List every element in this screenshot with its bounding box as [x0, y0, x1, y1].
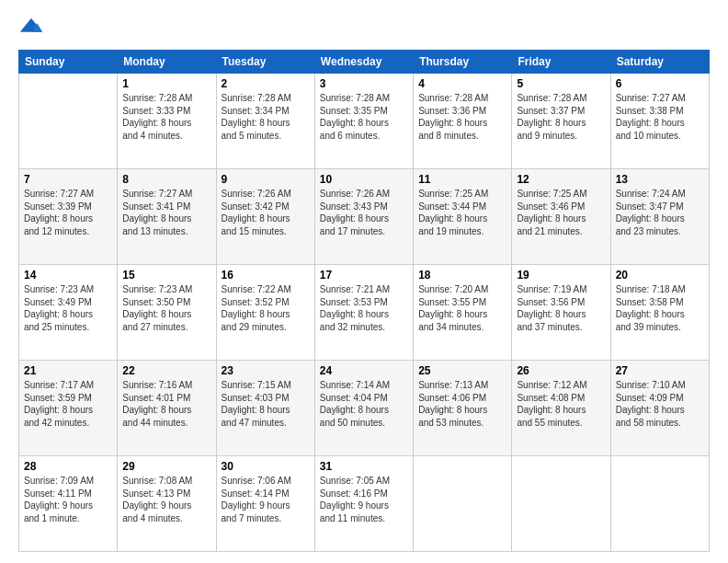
- day-number: 26: [517, 364, 605, 377]
- day-info: Sunrise: 7:23 AM Sunset: 3:49 PM Dayligh…: [24, 283, 112, 333]
- logo: [18, 15, 48, 40]
- day-cell: 7Sunrise: 7:27 AM Sunset: 3:39 PM Daylig…: [19, 169, 118, 265]
- day-number: 22: [122, 364, 210, 377]
- day-cell: 5Sunrise: 7:28 AM Sunset: 3:37 PM Daylig…: [512, 74, 610, 169]
- day-cell: 1Sunrise: 7:28 AM Sunset: 3:33 PM Daylig…: [118, 74, 216, 169]
- header-friday: Friday: [512, 51, 610, 74]
- day-number: 29: [122, 460, 210, 473]
- day-cell: 27Sunrise: 7:10 AM Sunset: 4:09 PM Dayli…: [610, 361, 709, 456]
- header-sunday: Sunday: [19, 51, 118, 74]
- day-number: 15: [122, 269, 210, 282]
- day-info: Sunrise: 7:18 AM Sunset: 3:58 PM Dayligh…: [616, 283, 704, 333]
- day-info: Sunrise: 7:22 AM Sunset: 3:52 PM Dayligh…: [222, 283, 310, 333]
- day-cell: 4Sunrise: 7:28 AM Sunset: 3:36 PM Daylig…: [414, 74, 512, 169]
- day-number: 31: [320, 460, 408, 473]
- day-cell: 10Sunrise: 7:26 AM Sunset: 3:43 PM Dayli…: [314, 169, 413, 265]
- day-info: Sunrise: 7:05 AM Sunset: 4:16 PM Dayligh…: [320, 475, 408, 524]
- day-cell: 17Sunrise: 7:21 AM Sunset: 3:53 PM Dayli…: [314, 265, 413, 361]
- day-info: Sunrise: 7:27 AM Sunset: 3:41 PM Dayligh…: [122, 188, 210, 237]
- day-info: Sunrise: 7:13 AM Sunset: 4:06 PM Dayligh…: [418, 379, 506, 429]
- day-cell: 9Sunrise: 7:26 AM Sunset: 3:42 PM Daylig…: [216, 169, 314, 265]
- calendar-page: SundayMondayTuesdayWednesdayThursdayFrid…: [0, 0, 728, 563]
- day-info: Sunrise: 7:25 AM Sunset: 3:44 PM Dayligh…: [418, 188, 506, 237]
- day-cell: 26Sunrise: 7:12 AM Sunset: 4:08 PM Dayli…: [512, 361, 610, 456]
- day-number: 25: [418, 364, 506, 377]
- day-number: 14: [24, 269, 112, 282]
- day-info: Sunrise: 7:19 AM Sunset: 3:56 PM Dayligh…: [517, 283, 605, 333]
- day-info: Sunrise: 7:15 AM Sunset: 4:03 PM Dayligh…: [222, 379, 310, 429]
- day-info: Sunrise: 7:27 AM Sunset: 3:39 PM Dayligh…: [24, 188, 112, 237]
- day-number: 4: [418, 77, 506, 90]
- day-cell: 12Sunrise: 7:25 AM Sunset: 3:46 PM Dayli…: [512, 169, 610, 265]
- day-number: 23: [222, 364, 310, 377]
- day-info: Sunrise: 7:26 AM Sunset: 3:43 PM Dayligh…: [320, 188, 408, 237]
- day-info: Sunrise: 7:09 AM Sunset: 4:11 PM Dayligh…: [24, 475, 112, 524]
- day-number: 17: [320, 269, 408, 282]
- day-cell: 2Sunrise: 7:28 AM Sunset: 3:34 PM Daylig…: [216, 74, 314, 169]
- day-cell: 15Sunrise: 7:23 AM Sunset: 3:50 PM Dayli…: [118, 265, 216, 361]
- day-cell: 16Sunrise: 7:22 AM Sunset: 3:52 PM Dayli…: [216, 265, 314, 361]
- day-cell: 24Sunrise: 7:14 AM Sunset: 4:04 PM Dayli…: [314, 361, 413, 456]
- day-number: 27: [616, 364, 704, 377]
- day-number: 9: [222, 173, 310, 186]
- day-cell: 11Sunrise: 7:25 AM Sunset: 3:44 PM Dayli…: [414, 169, 512, 265]
- day-number: 5: [517, 77, 605, 90]
- day-info: Sunrise: 7:27 AM Sunset: 3:38 PM Dayligh…: [616, 92, 704, 142]
- day-info: Sunrise: 7:20 AM Sunset: 3:55 PM Dayligh…: [418, 283, 506, 333]
- day-cell: 31Sunrise: 7:05 AM Sunset: 4:16 PM Dayli…: [314, 456, 413, 552]
- header: [18, 15, 710, 40]
- day-number: 8: [122, 173, 210, 186]
- day-number: 28: [24, 460, 112, 473]
- day-info: Sunrise: 7:24 AM Sunset: 3:47 PM Dayligh…: [616, 188, 704, 237]
- day-cell: 21Sunrise: 7:17 AM Sunset: 3:59 PM Dayli…: [19, 361, 118, 456]
- day-cell: 14Sunrise: 7:23 AM Sunset: 3:49 PM Dayli…: [19, 265, 118, 361]
- day-cell: 29Sunrise: 7:08 AM Sunset: 4:13 PM Dayli…: [118, 456, 216, 552]
- day-number: 12: [517, 173, 605, 186]
- day-cell: 3Sunrise: 7:28 AM Sunset: 3:35 PM Daylig…: [314, 74, 413, 169]
- day-info: Sunrise: 7:16 AM Sunset: 4:01 PM Dayligh…: [122, 379, 210, 429]
- day-number: 18: [418, 269, 506, 282]
- day-cell: [19, 74, 118, 169]
- day-info: Sunrise: 7:17 AM Sunset: 3:59 PM Dayligh…: [24, 379, 112, 429]
- week-row-1: 1Sunrise: 7:28 AM Sunset: 3:33 PM Daylig…: [19, 74, 710, 169]
- header-wednesday: Wednesday: [314, 51, 413, 74]
- logo-icon: [18, 15, 44, 40]
- day-info: Sunrise: 7:28 AM Sunset: 3:37 PM Dayligh…: [517, 92, 605, 142]
- day-info: Sunrise: 7:14 AM Sunset: 4:04 PM Dayligh…: [320, 379, 408, 429]
- day-info: Sunrise: 7:28 AM Sunset: 3:33 PM Dayligh…: [122, 92, 210, 142]
- day-cell: 13Sunrise: 7:24 AM Sunset: 3:47 PM Dayli…: [610, 169, 709, 265]
- day-number: 21: [24, 364, 112, 377]
- calendar-table: SundayMondayTuesdayWednesdayThursdayFrid…: [18, 50, 710, 552]
- day-cell: 28Sunrise: 7:09 AM Sunset: 4:11 PM Dayli…: [19, 456, 118, 552]
- day-cell: 25Sunrise: 7:13 AM Sunset: 4:06 PM Dayli…: [414, 361, 512, 456]
- day-cell: 18Sunrise: 7:20 AM Sunset: 3:55 PM Dayli…: [414, 265, 512, 361]
- day-number: 11: [418, 173, 506, 186]
- day-cell: [610, 456, 709, 552]
- header-monday: Monday: [118, 51, 216, 74]
- day-info: Sunrise: 7:06 AM Sunset: 4:14 PM Dayligh…: [222, 475, 310, 524]
- day-number: 3: [320, 77, 408, 90]
- day-info: Sunrise: 7:28 AM Sunset: 3:35 PM Dayligh…: [320, 92, 408, 142]
- day-cell: 8Sunrise: 7:27 AM Sunset: 3:41 PM Daylig…: [118, 169, 216, 265]
- day-cell: 30Sunrise: 7:06 AM Sunset: 4:14 PM Dayli…: [216, 456, 314, 552]
- day-number: 30: [222, 460, 310, 473]
- week-row-4: 21Sunrise: 7:17 AM Sunset: 3:59 PM Dayli…: [19, 361, 710, 456]
- day-number: 24: [320, 364, 408, 377]
- header-saturday: Saturday: [610, 51, 709, 74]
- day-cell: 19Sunrise: 7:19 AM Sunset: 3:56 PM Dayli…: [512, 265, 610, 361]
- week-row-2: 7Sunrise: 7:27 AM Sunset: 3:39 PM Daylig…: [19, 169, 710, 265]
- header-thursday: Thursday: [414, 51, 512, 74]
- day-info: Sunrise: 7:12 AM Sunset: 4:08 PM Dayligh…: [517, 379, 605, 429]
- header-row: SundayMondayTuesdayWednesdayThursdayFrid…: [19, 51, 710, 74]
- day-cell: 22Sunrise: 7:16 AM Sunset: 4:01 PM Dayli…: [118, 361, 216, 456]
- day-number: 13: [616, 173, 704, 186]
- day-cell: [414, 456, 512, 552]
- day-number: 1: [122, 77, 210, 90]
- day-number: 6: [616, 77, 704, 90]
- day-number: 19: [517, 269, 605, 282]
- day-info: Sunrise: 7:08 AM Sunset: 4:13 PM Dayligh…: [122, 475, 210, 524]
- day-info: Sunrise: 7:28 AM Sunset: 3:34 PM Dayligh…: [222, 92, 310, 142]
- day-cell: [512, 456, 610, 552]
- day-info: Sunrise: 7:21 AM Sunset: 3:53 PM Dayligh…: [320, 283, 408, 333]
- day-info: Sunrise: 7:28 AM Sunset: 3:36 PM Dayligh…: [418, 92, 506, 142]
